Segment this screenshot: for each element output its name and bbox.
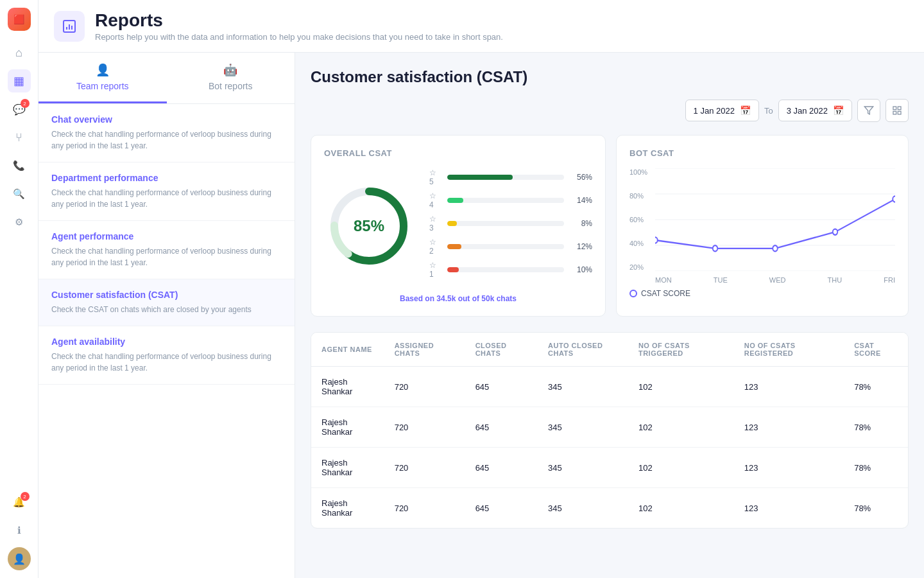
nav-icon-settings[interactable]: ⚙ bbox=[8, 211, 31, 234]
team-reports-icon: 👤 bbox=[96, 63, 110, 77]
nav-icon-home[interactable]: ⌂ bbox=[8, 41, 31, 64]
line-chart-area: 100%80%60%40%20% MONTUEWEDTHUFRI bbox=[629, 168, 895, 284]
legend-dot bbox=[629, 290, 637, 297]
chart-legend: CSAT SCORE bbox=[629, 289, 895, 298]
bar-pct-5: 56% bbox=[569, 173, 592, 182]
svg-rect-6 bbox=[898, 107, 901, 110]
header-text: Reports Reports help you with the data a… bbox=[95, 10, 503, 42]
y-axis-labels: 100%80%60%40%20% bbox=[629, 168, 647, 271]
donut-chart: 85% bbox=[324, 181, 414, 271]
nav-icon-search[interactable]: 🔍 bbox=[8, 182, 31, 206]
bar-fill-4 bbox=[447, 198, 463, 203]
sidebar-item-chat-overview[interactable]: Chat overviewCheck the chat handling per… bbox=[38, 104, 295, 162]
col-header-csat_score: CSAT SCORE bbox=[844, 333, 908, 367]
star-label-2: ☆ 2 bbox=[429, 238, 442, 256]
nav-icon-reports[interactable]: ▦ bbox=[8, 69, 31, 92]
layout-button[interactable] bbox=[886, 99, 909, 122]
bar-bg-3 bbox=[447, 221, 564, 226]
filter-button[interactable] bbox=[857, 99, 880, 122]
to-label: To bbox=[764, 106, 773, 116]
svg-rect-8 bbox=[898, 111, 901, 114]
tab-bot-reports[interactable]: 🤖 Bot reports bbox=[167, 53, 295, 103]
body-layout: 👤 Team reports 🤖 Bot reports Chat overvi… bbox=[38, 53, 924, 578]
x-label: MON bbox=[655, 276, 672, 284]
cell-agent_name: Rajesh Shankar bbox=[311, 407, 384, 448]
sidebar-item-csat[interactable]: Customer satisfaction (CSAT)Check the CS… bbox=[38, 279, 295, 326]
header-subtitle: Reports help you with the data and infor… bbox=[95, 32, 503, 42]
nav-icon-bell[interactable]: 🔔 2 bbox=[8, 491, 31, 514]
y-label: 60% bbox=[629, 216, 647, 223]
x-axis-labels: MONTUEWEDTHUFRI bbox=[655, 276, 895, 284]
bot-csat-card: BOT CSAT 100%80%60%40%20% MONTUEWEDTHUFR… bbox=[616, 135, 909, 317]
nav-badge-bell: 2 bbox=[21, 492, 30, 501]
cell-csat_score: 78% bbox=[844, 448, 908, 488]
col-header-no_of_csats_registered: NO OF CSATS REGISTERED bbox=[734, 333, 844, 367]
nav-badge-msg: 2 bbox=[21, 99, 30, 108]
svg-rect-7 bbox=[893, 111, 896, 114]
cell-no_of_csats_triggered: 102 bbox=[628, 367, 734, 407]
cell-assigned_chats: 720 bbox=[384, 407, 465, 448]
nav-icon-info[interactable]: ℹ bbox=[8, 519, 31, 542]
sidebar-item-department-performance[interactable]: Department performanceCheck the chat han… bbox=[38, 162, 295, 221]
sidebar-menu: Chat overviewCheck the chat handling per… bbox=[38, 104, 295, 385]
csat-footer: Based on 34.5k out of 50k chats bbox=[324, 294, 592, 303]
content-area: Customer satisfaction (CSAT) 1 Jan 2022 … bbox=[295, 53, 924, 578]
cell-no_of_csats_triggered: 102 bbox=[628, 448, 734, 488]
svg-rect-5 bbox=[893, 107, 896, 110]
cell-agent_name: Rajesh Shankar bbox=[311, 488, 384, 529]
app-logo: 🟥 bbox=[8, 8, 31, 31]
header-icon bbox=[54, 11, 85, 42]
star-label-5: ☆ 5 bbox=[429, 168, 442, 186]
page-title: Customer satisfaction (CSAT) bbox=[311, 68, 909, 86]
cell-no_of_csats_registered: 123 bbox=[734, 367, 844, 407]
sidebar-item-agent-performance[interactable]: Agent performanceCheck the chat handling… bbox=[38, 221, 295, 279]
col-header-closed_chats: CLOSED CHATS bbox=[465, 333, 538, 367]
bar-fill-3 bbox=[447, 221, 457, 226]
cell-auto_closed_chats: 345 bbox=[538, 367, 628, 407]
x-label: TUE bbox=[714, 276, 728, 284]
x-label: FRI bbox=[884, 276, 895, 284]
table-row: Rajesh Shankar72064534510212378% bbox=[311, 367, 908, 407]
date-from-input[interactable]: 1 Jan 2022 📅 bbox=[685, 100, 759, 121]
left-navigation: 🟥 ⌂ ▦ 💬 2 ⑂ 📞 🔍 ⚙ 🔔 2 ℹ 👤 bbox=[0, 0, 38, 578]
y-label: 40% bbox=[629, 240, 647, 247]
filters-row: 1 Jan 2022 📅 To 3 Jan 2022 📅 bbox=[311, 99, 909, 122]
sidebar-tabs: 👤 Team reports 🤖 Bot reports bbox=[38, 53, 295, 104]
table-row: Rajesh Shankar72064534510212378% bbox=[311, 407, 908, 448]
svg-point-19 bbox=[773, 245, 777, 251]
nav-icon-msg[interactable]: 💬 2 bbox=[8, 98, 31, 121]
cell-assigned_chats: 720 bbox=[384, 367, 465, 407]
svg-point-21 bbox=[893, 196, 895, 202]
cell-no_of_csats_registered: 123 bbox=[734, 448, 844, 488]
cell-no_of_csats_registered: 123 bbox=[734, 488, 844, 529]
date-from-value: 1 Jan 2022 bbox=[694, 106, 735, 116]
cell-assigned_chats: 720 bbox=[384, 448, 465, 488]
bar-bg-4 bbox=[447, 198, 564, 203]
tab-team-reports[interactable]: 👤 Team reports bbox=[38, 53, 167, 103]
top-header: Reports Reports help you with the data a… bbox=[38, 0, 924, 53]
col-header-auto_closed_chats: AUTO CLOSED CHATS bbox=[538, 333, 628, 367]
cell-no_of_csats_registered: 123 bbox=[734, 407, 844, 448]
nav-icon-branch[interactable]: ⑂ bbox=[8, 126, 31, 149]
calendar-to-icon: 📅 bbox=[833, 105, 844, 116]
bar-bg-1 bbox=[447, 267, 564, 272]
cell-agent_name: Rajesh Shankar bbox=[311, 367, 384, 407]
bar-fill-1 bbox=[447, 267, 459, 272]
cell-csat_score: 78% bbox=[844, 488, 908, 529]
bar-pct-4: 14% bbox=[569, 196, 592, 205]
star-label-3: ☆ 3 bbox=[429, 215, 442, 232]
cell-closed_chats: 645 bbox=[465, 448, 538, 488]
rating-row-4: ☆ 4 14% bbox=[429, 191, 592, 209]
bar-pct-3: 8% bbox=[569, 219, 592, 228]
sidebar: 👤 Team reports 🤖 Bot reports Chat overvi… bbox=[38, 53, 295, 578]
user-avatar[interactable]: 👤 bbox=[8, 547, 31, 570]
date-to-input[interactable]: 3 Jan 2022 📅 bbox=[778, 100, 852, 121]
cell-csat_score: 78% bbox=[844, 407, 908, 448]
cell-auto_closed_chats: 345 bbox=[538, 448, 628, 488]
bar-fill-5 bbox=[447, 175, 513, 180]
nav-icon-phone[interactable]: 📞 bbox=[8, 154, 31, 177]
sidebar-item-agent-availability[interactable]: Agent availabilityCheck the chat handlin… bbox=[38, 326, 295, 385]
overall-csat-title: Overall CSAT bbox=[324, 148, 592, 158]
bar-fill-2 bbox=[447, 244, 461, 249]
rating-bars: ☆ 5 56% ☆ 4 14% ☆ 3 8% ☆ 2 12% ☆ 1 10% bbox=[429, 168, 592, 284]
